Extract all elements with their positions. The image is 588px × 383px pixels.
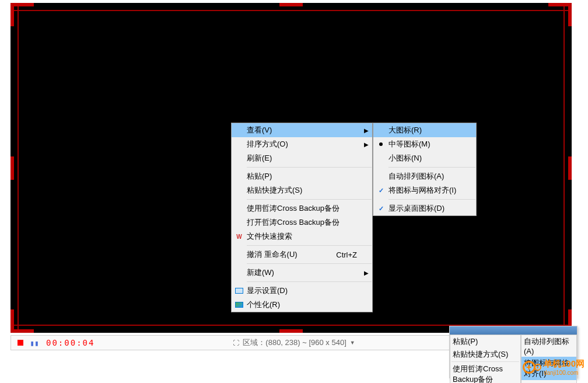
submenu-medium-label: 中等图标(M)	[388, 139, 464, 149]
menu-display-label: 显示设置(D)	[247, 285, 360, 296]
thumb-paste[interactable]: 粘贴(P)	[450, 335, 520, 348]
frame-left	[18, 3, 19, 333]
watermark-url: danji100.com	[544, 370, 584, 376]
menu-sort[interactable]: 排序方式(O)▶	[232, 137, 372, 151]
handle-top[interactable]	[279, 3, 303, 6]
timer-display: 00:00:04	[46, 338, 94, 347]
menu-refresh[interactable]: 刷新(E)	[232, 151, 372, 165]
menu-backup-use-label: 使用哲涛Cross Backup备份	[247, 203, 360, 214]
thumbnail-menu-left: 粘贴(P) 粘贴快捷方式(S) 使用哲涛Cross Backup备份 打开哲涛C…	[450, 335, 521, 383]
menu-display-settings[interactable]: 显示设置(D)	[232, 284, 372, 298]
corner-tr[interactable]	[568, 3, 572, 26]
menu-separator	[452, 361, 519, 362]
submenu-show-desktop[interactable]: ✓显示桌面图标(D)	[373, 201, 476, 215]
thumb-paste-shortcut[interactable]: 粘贴快捷方式(S)	[450, 348, 520, 361]
submenu-arrow-icon: ▶	[364, 127, 369, 134]
submenu-align-grid-label: 将图标与网格对齐(I)	[388, 185, 464, 196]
menu-separator	[247, 263, 372, 264]
corner-tl[interactable]	[10, 3, 14, 26]
menu-undo-label: 撤消 重命名(U)	[247, 249, 336, 260]
submenu-large-icons[interactable]: 大图标(R)	[373, 123, 476, 137]
radio-dot-icon	[379, 142, 383, 146]
record-icon	[18, 340, 23, 346]
menu-filesearch-label: 文件快速搜索	[247, 231, 360, 242]
menu-backup-open[interactable]: 打开哲涛Cross Backup备份	[232, 215, 372, 229]
menu-filesearch[interactable]: W文件快速搜索	[232, 229, 372, 243]
handle-right[interactable]	[568, 156, 572, 180]
logo-icon: ✚	[523, 361, 541, 374]
submenu-auto-arrange[interactable]: 自动排列图标(A)	[373, 169, 476, 183]
dropdown-icon[interactable]: ▼	[350, 340, 355, 346]
menu-undo[interactable]: 撤消 重命名(U)Ctrl+Z	[232, 248, 372, 262]
menu-new[interactable]: 新建(W)▶	[232, 266, 372, 280]
thumb-backup1[interactable]: 使用哲涛Cross Backup备份	[450, 363, 520, 383]
menu-paste[interactable]: 粘贴(P)	[232, 169, 372, 183]
menu-paste-shortcut[interactable]: 粘贴快捷方式(S)	[232, 183, 372, 197]
context-menu: 查看(V)▶ 排序方式(O)▶ 刷新(E) 粘贴(P) 粘贴快捷方式(S) 使用…	[231, 123, 373, 312]
submenu-small-label: 小图标(N)	[388, 153, 464, 163]
menu-separator	[247, 281, 372, 282]
menu-new-label: 新建(W)	[247, 267, 360, 278]
record-button[interactable]	[15, 337, 26, 348]
capture-area: 查看(V)▶ 排序方式(O)▶ 刷新(E) 粘贴(P) 粘贴快捷方式(S) 使用…	[10, 3, 572, 333]
corner-bl[interactable]	[10, 309, 14, 333]
handle-bottom[interactable]	[279, 329, 303, 333]
submenu-arrow-icon: ▶	[364, 141, 369, 148]
menu-separator	[388, 167, 475, 168]
pause-button[interactable]: ▮▮	[29, 337, 40, 348]
menu-separator	[247, 245, 372, 246]
menu-paste-label: 粘贴(P)	[247, 171, 360, 182]
menu-undo-shortcut: Ctrl+Z	[336, 250, 360, 259]
corner-tl[interactable]	[10, 3, 34, 6]
submenu-medium-icons[interactable]: 中等图标(M)	[373, 137, 476, 151]
menu-sort-label: 排序方式(O)	[247, 139, 360, 149]
menu-view[interactable]: 查看(V)▶	[232, 123, 372, 137]
menu-personalize[interactable]: 个性化(R)	[232, 298, 372, 312]
menu-separator	[247, 167, 372, 168]
submenu-large-label: 大图标(R)	[388, 125, 464, 135]
pause-icon: ▮▮	[30, 339, 39, 347]
personalize-icon	[235, 302, 243, 308]
watermark-title: 单机100网	[544, 358, 584, 370]
menu-separator	[388, 199, 475, 200]
menu-refresh-label: 刷新(E)	[247, 153, 360, 163]
region-info: 区域：(880, 238) ~ [960 x 540]	[243, 337, 346, 348]
menu-separator	[247, 199, 372, 200]
watermark: ✚ 单机100网 danji100.com	[523, 358, 584, 376]
submenu-show-desktop-label: 显示桌面图标(D)	[388, 203, 464, 214]
thumb-auto-arrange[interactable]: 自动排列图标(A)	[522, 335, 576, 357]
monitor-icon	[235, 288, 243, 294]
menu-view-label: 查看(V)	[247, 125, 360, 135]
handle-left[interactable]	[10, 156, 14, 180]
check-icon: ✓	[379, 205, 384, 213]
thumbnail-titlebar[interactable]	[450, 326, 577, 335]
frame-top	[10, 10, 572, 11]
frame-right	[564, 3, 565, 333]
fullscreen-icon[interactable]: ⛶	[233, 339, 239, 346]
menu-paste-shortcut-label: 粘贴快捷方式(S)	[247, 185, 360, 196]
submenu-arrow-icon: ▶	[364, 270, 369, 276]
wps-icon: W	[236, 234, 242, 240]
check-icon: ✓	[379, 187, 384, 194]
menu-personalize-label: 个性化(R)	[247, 300, 360, 310]
corner-bl[interactable]	[10, 329, 34, 333]
submenu-small-icons[interactable]: 小图标(N)	[373, 151, 476, 165]
menu-backup-use[interactable]: 使用哲涛Cross Backup备份	[232, 201, 372, 215]
submenu-auto-arrange-label: 自动排列图标(A)	[388, 171, 464, 182]
view-submenu: 大图标(R) 中等图标(M) 小图标(N) 自动排列图标(A) ✓将图标与网格对…	[373, 123, 477, 216]
submenu-align-grid[interactable]: ✓将图标与网格对齐(I)	[373, 183, 476, 197]
menu-backup-open-label: 打开哲涛Cross Backup备份	[247, 217, 360, 228]
